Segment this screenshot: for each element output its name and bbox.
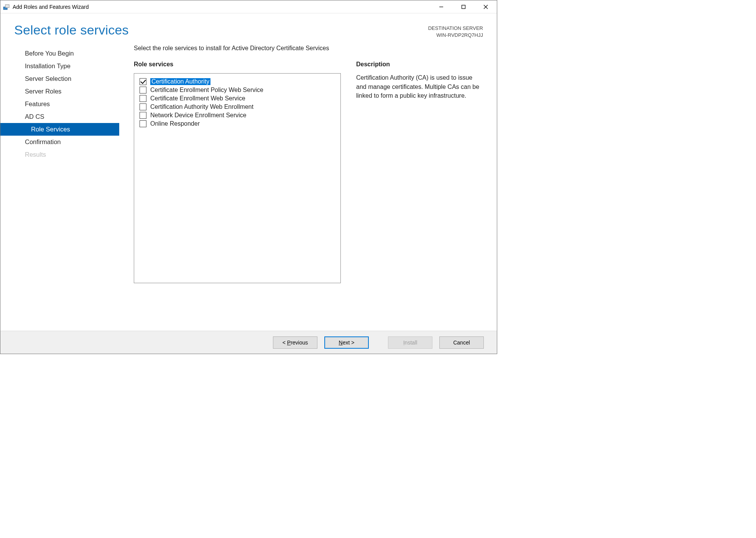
- role-item[interactable]: Certification Authority Web Enrollment: [140, 103, 335, 111]
- role-item[interactable]: Online Responder: [140, 120, 335, 128]
- nav-item-results: Results: [0, 148, 119, 161]
- description-column: Description Certification Authority (CA)…: [356, 61, 483, 331]
- role-label: Certification Authority: [150, 78, 210, 85]
- footer: < PPreviousrevious Next > Install Cancel: [0, 331, 497, 354]
- app-icon: [3, 3, 10, 11]
- previous-hotkey: P: [287, 340, 291, 346]
- main-pane: Select the role services to install for …: [119, 44, 483, 331]
- role-checkbox[interactable]: [140, 78, 146, 85]
- window-title: Add Roles and Features Wizard: [13, 4, 430, 10]
- minimize-button[interactable]: [430, 0, 452, 13]
- roles-listbox[interactable]: Certification AuthorityCertificate Enrol…: [134, 73, 341, 283]
- window-controls: [430, 0, 497, 13]
- destination-server: DESTINATION SERVER WIN-RVDP2RQ7HJJ: [428, 25, 483, 39]
- columns: Role services Certification AuthorityCer…: [134, 61, 483, 331]
- previous-button[interactable]: < PPreviousrevious: [273, 336, 317, 349]
- instruction-text: Select the role services to install for …: [134, 45, 483, 52]
- page-title: Select role services: [14, 23, 129, 38]
- role-checkbox[interactable]: [140, 112, 146, 119]
- role-checkbox[interactable]: [140, 103, 146, 110]
- role-checkbox[interactable]: [140, 120, 146, 127]
- nav-item-server-selection[interactable]: Server Selection: [0, 72, 119, 85]
- next-hotkey: N: [339, 340, 343, 346]
- role-checkbox[interactable]: [140, 87, 146, 93]
- role-item[interactable]: Certification Authority: [140, 77, 335, 86]
- role-item[interactable]: Certificate Enrollment Policy Web Servic…: [140, 86, 335, 94]
- header: Select role services DESTINATION SERVER …: [0, 13, 497, 44]
- nav-item-role-services[interactable]: Role Services: [0, 123, 119, 136]
- nav-item-before-you-begin[interactable]: Before You Begin: [0, 47, 119, 60]
- role-label: Certification Authority Web Enrollment: [150, 103, 253, 110]
- cancel-button[interactable]: Cancel: [439, 336, 484, 349]
- roles-column: Role services Certification AuthorityCer…: [134, 61, 341, 331]
- cancel-label: Cancel: [453, 340, 470, 346]
- nav-item-server-roles[interactable]: Server Roles: [0, 85, 119, 98]
- install-button: Install: [388, 336, 432, 349]
- svg-rect-1: [5, 5, 9, 8]
- nav-item-confirmation[interactable]: Confirmation: [0, 136, 119, 148]
- role-label: Network Device Enrollment Service: [150, 112, 247, 119]
- nav-item-features[interactable]: Features: [0, 98, 119, 110]
- nav-item-ad-cs[interactable]: AD CS: [0, 110, 119, 123]
- roles-label: Role services: [134, 61, 341, 68]
- description-text: Certification Authority (CA) is used to …: [356, 73, 483, 100]
- wizard-nav: Before You BeginInstallation TypeServer …: [0, 44, 119, 331]
- description-label: Description: [356, 61, 483, 68]
- svg-rect-3: [462, 5, 465, 8]
- role-item[interactable]: Network Device Enrollment Service: [140, 111, 335, 120]
- maximize-button[interactable]: [452, 0, 475, 13]
- wizard-window: Add Roles and Features Wizard Select rol…: [0, 0, 497, 354]
- role-label: Certificate Enrollment Policy Web Servic…: [150, 87, 263, 93]
- role-item[interactable]: Certificate Enrollment Web Service: [140, 94, 335, 103]
- nav-item-installation-type[interactable]: Installation Type: [0, 60, 119, 72]
- next-button[interactable]: Next >: [324, 336, 369, 349]
- destination-value: WIN-RVDP2RQ7HJJ: [428, 32, 483, 39]
- close-button[interactable]: [475, 0, 497, 13]
- role-label: Online Responder: [150, 120, 200, 127]
- role-label: Certificate Enrollment Web Service: [150, 95, 245, 102]
- role-checkbox[interactable]: [140, 95, 146, 102]
- body: Before You BeginInstallation TypeServer …: [0, 44, 497, 331]
- titlebar: Add Roles and Features Wizard: [0, 0, 497, 13]
- destination-label: DESTINATION SERVER: [428, 25, 483, 32]
